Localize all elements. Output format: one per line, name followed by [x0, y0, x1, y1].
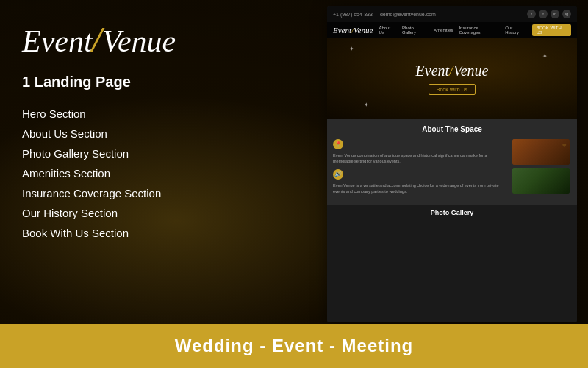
mockup-social: f t in ig [527, 10, 571, 18]
image-placeholder: ♥ [512, 139, 570, 165]
mockup-hero-logo: Event/Venue [416, 63, 489, 78]
facebook-icon: f [527, 10, 536, 18]
list-item[interactable]: Our History Section [22, 203, 294, 223]
logo-slash: / [93, 20, 102, 59]
sparkle-icon: ✦ [415, 64, 418, 68]
sparkle-icon: ✦ [364, 102, 369, 108]
list-item[interactable]: Hero Section [22, 104, 294, 124]
mockup-image-top: ♥ [512, 139, 570, 165]
mockup-nav: Event/Venue About Us Photo Gallery Ameni… [327, 22, 577, 38]
mockup-topbar: +1 (987) 654-333 demo@eventvenue.com f t… [327, 6, 577, 22]
section-list: Hero Section About Us Section Photo Gall… [22, 104, 294, 243]
bottom-bar: Wedding - Event - Meeting [0, 324, 588, 368]
mockup-nav-logo: Event/Venue [333, 26, 373, 35]
mockup-nav-about: About Us [379, 26, 396, 35]
list-item[interactable]: Book With Us Section [22, 223, 294, 243]
list-item[interactable]: Amenities Section [22, 163, 294, 183]
mockup-book-btn[interactable]: BOOK WITH US [532, 24, 571, 36]
sparkle-icon: ✦ [349, 46, 354, 52]
mockup-preview: +1 (987) 654-333 demo@eventvenue.com f t… [327, 6, 577, 322]
mockup-nav-amenities: Amenities [434, 28, 453, 32]
mockup-hero: ✦ ✦ ✦ ✦ Event/Venue Book With Us [327, 38, 577, 119]
mockup-hero-book-btn[interactable]: Book With Us [429, 84, 476, 95]
mockup-about-text1: Event Venue combination of a unique spac… [333, 152, 508, 165]
bottom-bar-text: Wedding - Event - Meeting [175, 336, 414, 356]
mockup-about-left: 📍 Event Venue combination of a unique sp… [333, 139, 508, 199]
logo-venue: Venue [102, 24, 176, 58]
landing-count: 1 Landing Page [22, 74, 294, 91]
speaker-icon: 🔊 [333, 169, 343, 180]
mockup-about-section: About The Space 📍 Event Venue combinatio… [327, 119, 577, 205]
list-item[interactable]: Photo Gallery Section [22, 144, 294, 163]
logo-area: Event/Venue [22, 22, 294, 57]
mockup-about-title: About The Space [333, 125, 571, 133]
sparkle-icon: ✦ [542, 53, 548, 60]
mockup-gallery-section: Photo Gallery [327, 205, 577, 221]
mockup-about-text2: EventVenue is a versatile and accommodat… [333, 183, 508, 195]
mockup-gallery-title: Photo Gallery [333, 209, 571, 216]
logo-event: Event [22, 24, 93, 58]
linkedin-icon: in [551, 10, 559, 18]
mockup-nav-history: Our History [505, 26, 526, 35]
mockup-image-bottom [512, 168, 570, 194]
list-item[interactable]: Insurance Coverage Section [22, 183, 294, 203]
logo: Event/Venue [22, 22, 176, 57]
instagram-icon: ig [562, 10, 571, 18]
location-icon: 📍 [333, 139, 343, 149]
mockup-phone: +1 (987) 654-333 [333, 12, 373, 17]
twitter-icon: t [539, 10, 548, 18]
left-panel: Event/Venue 1 Landing Page Hero Section … [0, 0, 316, 324]
mockup-about-right: ♥ [512, 139, 571, 199]
mockup-nav-gallery: Photo Gallery [402, 26, 428, 35]
image-placeholder-2 [512, 168, 570, 194]
mockup-email: demo@eventvenue.com [380, 12, 436, 17]
mockup-nav-insurance: Insurance Coverages [459, 26, 499, 35]
mockup-about-content: 📍 Event Venue combination of a unique sp… [333, 139, 571, 199]
list-item[interactable]: About Us Section [22, 124, 294, 144]
